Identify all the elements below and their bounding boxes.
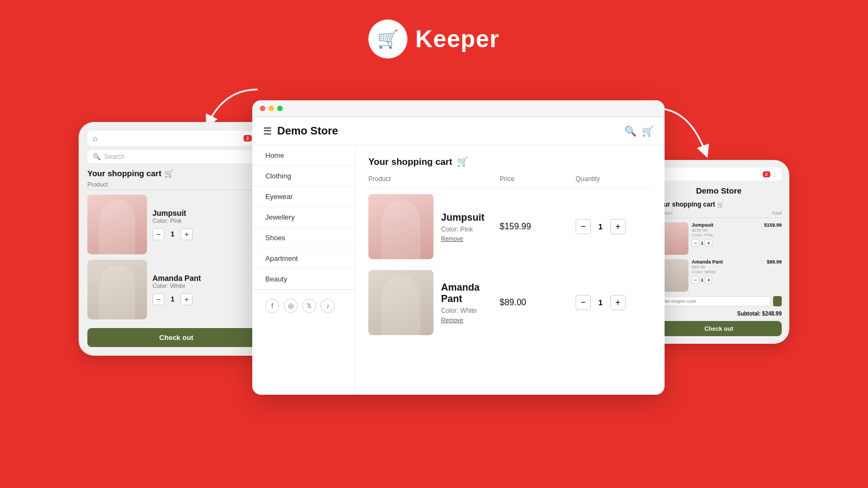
center-cart-heading: Your shopping cart 🛒: [368, 156, 652, 168]
right-qty-1: − 1 +: [692, 239, 782, 247]
center-qty-plus-1[interactable]: +: [610, 219, 626, 234]
center-product-remove-2[interactable]: Remove: [441, 317, 500, 323]
left-qty-minus-2[interactable]: −: [152, 293, 164, 305]
right-product-color-2: Color: White: [692, 269, 782, 274]
left-product-color-2: Color: White: [152, 282, 265, 289]
center-store-name: Demo Store: [277, 125, 619, 137]
facebook-icon[interactable]: f: [265, 299, 279, 313]
center-product-row-2: Amanda Pant Color: White Remove $89.00 −…: [368, 270, 652, 335]
right-dots-icon[interactable]: ⋮: [772, 171, 777, 177]
left-qty-control-1: − 1 +: [152, 228, 265, 240]
left-product-color-1: Color: Pink: [152, 217, 265, 224]
left-cart-title: Your shopping cart 🛒: [87, 169, 265, 178]
right-product-price2-1: $159.99: [692, 228, 782, 233]
right-qty-plus-1[interactable]: +: [705, 239, 712, 247]
right-qty-val-1: 1: [701, 241, 703, 246]
right-checkout-button[interactable]: Check out: [656, 321, 782, 336]
app-name: Keeper: [415, 25, 499, 53]
center-store-header: ☰ Demo Store 🔍 🛒: [252, 117, 665, 145]
home-icon[interactable]: ⌂: [93, 134, 97, 143]
center-qty-val-2: 1: [595, 298, 606, 307]
center-product-color-1: Color: Pink: [441, 226, 484, 233]
right-store-name: Demo Store: [656, 186, 782, 195]
left-product-img-1: [87, 195, 147, 254]
left-qty-plus-1[interactable]: +: [181, 228, 193, 240]
right-product-row-2: Amanda Pant $89.99 $89.99 Color: White −…: [656, 259, 782, 292]
nav-item-shoes[interactable]: Shoes: [252, 228, 355, 248]
center-cart-heading-icon: 🛒: [457, 156, 468, 168]
left-product-row-1: Jumpsuit Color: Pink − 1 +: [87, 195, 265, 254]
center-qty-minus-1[interactable]: −: [576, 219, 591, 234]
nav-item-home[interactable]: Home: [252, 145, 355, 166]
left-search-placeholder: Search: [104, 153, 125, 160]
left-cart-icon: 🛒: [164, 169, 174, 178]
center-col-product: Product: [368, 175, 500, 183]
left-product-name-1: Jumpsuit: [152, 209, 265, 217]
right-product-name-2: Amanda Pant: [692, 259, 723, 265]
center-browser-top-bar: [252, 100, 665, 117]
right-qty-minus-1[interactable]: −: [692, 239, 699, 247]
left-search-icon: 🔍: [93, 153, 101, 160]
tiktok-icon[interactable]: ♪: [321, 299, 335, 313]
left-qty-val-1: 1: [168, 230, 177, 238]
left-product-row-2: Amanda Pant Color: White − 1 +: [87, 260, 265, 319]
center-product-detail-1: Jumpsuit Color: Pink Remove: [441, 212, 484, 242]
coupon-input[interactable]: [656, 296, 771, 306]
left-search-bar[interactable]: 🔍 Search: [87, 150, 265, 163]
left-qty-val-2: 1: [168, 296, 177, 303]
screens-container: ⌂ 2 ⋮ 🔍 Search Your shopping cart 🛒 Prod…: [0, 100, 868, 395]
center-product-detail-2: Amanda Pant Color: White Remove: [441, 282, 500, 323]
left-qty-plus-2[interactable]: +: [181, 293, 193, 305]
left-qty-minus-1[interactable]: −: [152, 228, 164, 240]
nav-item-eyewear[interactable]: Eyewear: [252, 187, 355, 207]
instagram-icon[interactable]: ◎: [284, 299, 298, 313]
right-table-header: Product Total: [656, 210, 782, 218]
right-product-price-2: $89.99: [767, 259, 782, 265]
right-product-name-1: Jumpsuit: [692, 222, 713, 228]
center-cart-heading-text: Your shopping cart: [368, 157, 452, 168]
center-cart-icon[interactable]: 🛒: [642, 125, 654, 137]
nav-item-clothing[interactable]: Clothing: [252, 166, 355, 187]
nav-item-apartment[interactable]: Apartment: [252, 248, 355, 269]
center-sidebar-nav: Home Clothing Eyewear Jewellery Shoes Ap…: [252, 145, 355, 395]
left-browser-bar: ⌂ 2 ⋮: [87, 131, 265, 146]
win-dot-green: [277, 106, 283, 111]
right-qty-plus-2[interactable]: +: [705, 276, 712, 284]
center-qty-val-1: 1: [595, 222, 606, 231]
right-product-price2-2: $89.99: [692, 265, 782, 269]
hamburger-icon[interactable]: ☰: [263, 125, 272, 137]
nav-item-jewellery[interactable]: Jewellery: [252, 207, 355, 228]
right-browser-bar: ⌂ 2 ⋮: [656, 168, 782, 181]
right-product-color-1: Color: Pink: [692, 233, 782, 237]
center-product-remove-1[interactable]: Remove: [441, 235, 484, 242]
coupon-apply-button[interactable]: [773, 296, 782, 306]
center-qty-plus-2[interactable]: +: [610, 295, 626, 310]
right-cart-icon: 🛒: [717, 202, 724, 208]
left-product-name-2: Amanda Pant: [152, 274, 265, 282]
center-qty-1: − 1 +: [576, 219, 652, 234]
center-store-icons: 🔍 🛒: [624, 125, 654, 137]
right-mobile-screen: ⌂ 2 ⋮ Demo Store Your shopping cart 🛒 Pr…: [648, 160, 789, 344]
center-qty-minus-2[interactable]: −: [576, 295, 591, 310]
right-cart-title-text: Your shopping cart: [656, 201, 715, 208]
center-product-img-1: [368, 194, 433, 259]
left-product-img-2: [87, 260, 147, 319]
center-main-content: Your shopping cart 🛒 Product Price Quant…: [355, 145, 665, 395]
center-col-price: Price: [500, 175, 576, 183]
right-product-info-1: Jumpsuit $159.99 $159.99 Color: Pink − 1…: [692, 222, 782, 247]
right-product-info-2: Amanda Pant $89.99 $89.99 Color: White −…: [692, 259, 782, 284]
nav-item-beauty[interactable]: Beauty: [252, 269, 355, 290]
left-product-info-1: Jumpsuit Color: Pink − 1 +: [152, 209, 265, 240]
center-search-icon[interactable]: 🔍: [624, 125, 636, 137]
center-product-cell-2: Amanda Pant Color: White Remove: [368, 270, 500, 335]
win-dot-yellow: [269, 106, 274, 111]
left-badge: 2: [244, 135, 252, 142]
left-product-info-2: Amanda Pant Color: White − 1 +: [152, 274, 265, 305]
right-subtotal: Subtotal: $248.99: [656, 311, 782, 317]
right-qty-val-2: 1: [701, 278, 703, 282]
left-mobile-screen: ⌂ 2 ⋮ 🔍 Search Your shopping cart 🛒 Prod…: [79, 122, 274, 356]
right-qty-minus-2[interactable]: −: [692, 276, 699, 284]
center-product-name-2: Amanda Pant: [441, 282, 500, 305]
twitter-icon[interactable]: 𝕏: [302, 299, 316, 313]
left-checkout-button[interactable]: Check out: [87, 328, 265, 347]
